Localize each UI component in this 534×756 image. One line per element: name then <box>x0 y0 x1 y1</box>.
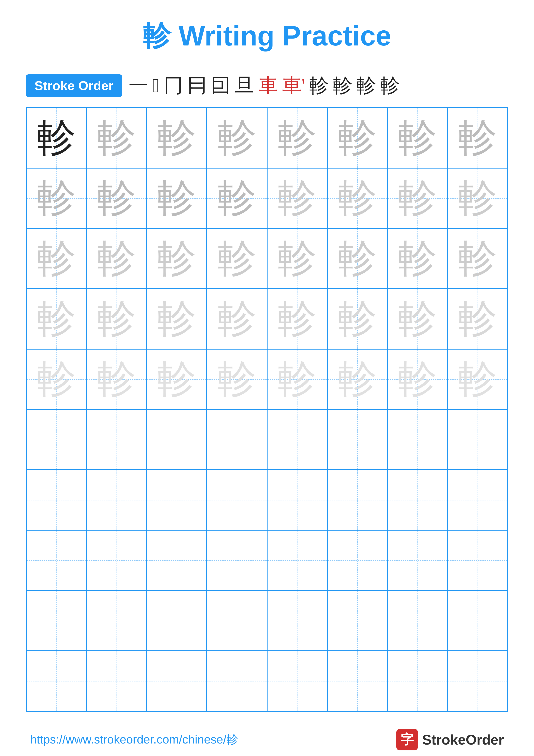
character-cell: 軫 <box>338 360 377 399</box>
grid-cell[interactable] <box>387 530 447 590</box>
character-cell: 軫 <box>278 360 317 399</box>
grid-cell[interactable] <box>387 470 447 530</box>
character-cell: 軫 <box>278 119 317 157</box>
grid-cell[interactable] <box>327 651 387 711</box>
stroke-char-7: 車 <box>259 72 278 99</box>
grid-cell[interactable] <box>387 651 447 711</box>
grid-cell[interactable] <box>387 410 447 470</box>
character-cell: 軫 <box>217 300 256 338</box>
grid-cell[interactable] <box>207 651 267 711</box>
character-cell: 軫 <box>458 360 497 399</box>
grid-cell[interactable] <box>26 410 87 470</box>
grid-cell: 軫 <box>207 168 267 229</box>
character-cell: 軫 <box>37 239 76 278</box>
grid-cell: 軫 <box>87 108 146 168</box>
grid-cell[interactable] <box>87 410 146 470</box>
grid-cell[interactable] <box>447 410 508 470</box>
grid-cell[interactable] <box>387 590 447 651</box>
grid-cell[interactable] <box>147 470 207 530</box>
footer-logo: 字 StrokeOrder <box>396 729 504 750</box>
grid-cell: 軫 <box>207 349 267 410</box>
grid-cell[interactable] <box>447 470 508 530</box>
grid-cell[interactable] <box>447 651 508 711</box>
character-cell: 軫 <box>338 119 377 157</box>
grid-cell: 軫 <box>26 289 87 349</box>
grid-cell: 軫 <box>207 229 267 289</box>
character-cell: 軫 <box>37 300 76 338</box>
grid-cell[interactable] <box>147 590 207 651</box>
character-cell: 軫 <box>217 360 256 399</box>
grid-cell: 軫 <box>447 289 508 349</box>
grid-cell[interactable] <box>147 410 207 470</box>
grid-cell[interactable] <box>87 590 146 651</box>
grid-cell: 軫 <box>327 289 387 349</box>
grid-cell[interactable] <box>26 651 87 711</box>
grid-cell[interactable] <box>267 651 327 711</box>
character-cell: 軫 <box>338 300 377 338</box>
stroke-char-10: 軫 <box>333 72 352 99</box>
grid-cell: 軫 <box>26 349 87 410</box>
grid-cell[interactable] <box>207 410 267 470</box>
grid-cell: 軫 <box>87 349 146 410</box>
grid-cell: 軫 <box>447 108 508 168</box>
grid-cell: 軫 <box>267 168 327 229</box>
grid-cell: 軫 <box>147 229 207 289</box>
grid-cell[interactable] <box>447 590 508 651</box>
character-cell: 軫 <box>278 300 317 338</box>
page-title: 軫 Writing Practice <box>143 17 391 55</box>
stroke-char-3: 冂 <box>164 72 183 99</box>
character-cell: 軫 <box>217 239 256 278</box>
grid-cell[interactable] <box>207 470 267 530</box>
character-cell: 軫 <box>398 179 437 218</box>
grid-cell: 軫 <box>147 349 207 410</box>
grid-cell[interactable] <box>147 651 207 711</box>
grid-cell[interactable] <box>87 530 146 590</box>
stroke-char-1: 一 <box>129 72 148 99</box>
character-cell: 軫 <box>37 360 76 399</box>
grid-cell[interactable] <box>327 410 387 470</box>
character-cell: 軫 <box>157 239 196 278</box>
character-cell: 軫 <box>217 119 256 157</box>
grid-cell[interactable] <box>267 590 327 651</box>
character-cell: 軫 <box>398 119 437 157</box>
grid-cell: 軫 <box>267 229 327 289</box>
grid-cell[interactable] <box>26 530 87 590</box>
grid-cell[interactable] <box>327 590 387 651</box>
stroke-char-4: 冃 <box>188 72 207 99</box>
grid-cell[interactable] <box>207 590 267 651</box>
character-cell: 軫 <box>97 239 136 278</box>
character-cell: 軫 <box>97 300 136 338</box>
grid-cell: 軫 <box>267 349 327 410</box>
grid-cell[interactable] <box>207 530 267 590</box>
footer-url[interactable]: https://www.strokeorder.com/chinese/軫 <box>30 732 238 747</box>
character-cell: 軫 <box>278 239 317 278</box>
stroke-char-11: 軫 <box>357 72 376 99</box>
grid-cell: 軫 <box>327 349 387 410</box>
grid-cell[interactable] <box>87 470 146 530</box>
stroke-chars: 一 𠃌 冂 冃 囙 旦 車 車' 軫 軫 軫 軫 <box>129 72 400 99</box>
grid-cell: 軫 <box>327 108 387 168</box>
grid-cell[interactable] <box>327 530 387 590</box>
stroke-char-2: 𠃌 <box>152 74 159 97</box>
grid-cell[interactable] <box>147 530 207 590</box>
logo-text: StrokeOrder <box>422 732 504 748</box>
grid-cell[interactable] <box>447 530 508 590</box>
grid-cell: 軫 <box>207 289 267 349</box>
grid-cell[interactable] <box>26 470 87 530</box>
grid-cell: 軫 <box>26 168 87 229</box>
grid-cell[interactable] <box>267 410 327 470</box>
grid-cell[interactable] <box>87 651 146 711</box>
grid-cell[interactable] <box>327 470 387 530</box>
character-cell: 軫 <box>97 119 136 157</box>
grid-cell[interactable] <box>267 470 327 530</box>
grid-cell: 軫 <box>87 168 146 229</box>
stroke-char-12: 軫 <box>380 72 400 99</box>
grid-cell: 軫 <box>387 108 447 168</box>
grid-cell[interactable] <box>26 590 87 651</box>
grid-cell: 軫 <box>267 289 327 349</box>
grid-cell: 軫 <box>26 108 87 168</box>
stroke-char-5: 囙 <box>211 72 231 99</box>
grid-cell[interactable] <box>267 530 327 590</box>
grid-cell: 軫 <box>147 108 207 168</box>
grid-cell: 軫 <box>267 108 327 168</box>
